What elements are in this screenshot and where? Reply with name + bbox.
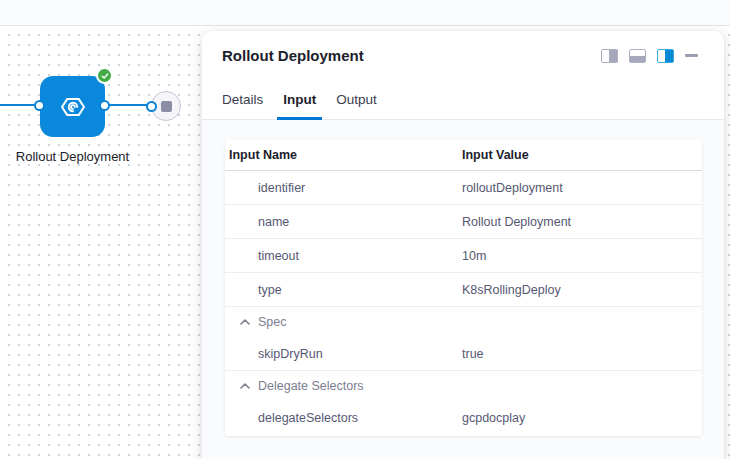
group-toggle-spec[interactable]: Spec <box>225 307 702 337</box>
panel-window-controls <box>601 49 698 63</box>
input-name: delegateSelectors <box>225 411 462 425</box>
input-value: true <box>462 347 702 361</box>
chevron-up-icon <box>240 383 250 389</box>
input-name: name <box>225 215 462 229</box>
input-name: skipDryRun <box>225 347 462 361</box>
tab-details[interactable]: Details <box>216 92 269 119</box>
outgoing-edge <box>107 104 149 106</box>
step-node-rollout-deployment[interactable] <box>40 76 105 137</box>
node-label: Rollout Deployment <box>7 146 138 167</box>
panel-body: Input Name Input Value identifier rollou… <box>202 120 724 459</box>
tab-output[interactable]: Output <box>330 92 383 119</box>
node-input-port[interactable] <box>34 100 45 111</box>
top-toolbar-strip <box>0 0 730 26</box>
chevron-up-icon <box>240 319 250 325</box>
input-value: K8sRollingDeploy <box>462 283 702 297</box>
group-label: Delegate Selectors <box>258 379 364 393</box>
input-value: 10m <box>462 249 702 263</box>
dock-split-icon[interactable] <box>601 49 618 63</box>
table-row: delegateSelectors gcpdocplay <box>225 401 702 434</box>
table-row: type K8sRollingDeploy <box>225 273 702 307</box>
node-output-port[interactable] <box>99 100 110 111</box>
input-value: Rollout Deployment <box>462 215 702 229</box>
table-row: name Rollout Deployment <box>225 205 702 239</box>
group-label: Spec <box>258 315 287 329</box>
stop-square-icon <box>161 101 172 112</box>
input-name: type <box>225 283 462 297</box>
column-header-input-name: Input Name <box>225 148 462 162</box>
dock-right-icon[interactable] <box>657 49 674 63</box>
table-row: identifier rolloutDeployment <box>225 171 702 205</box>
group-toggle-delegate-selectors[interactable]: Delegate Selectors <box>225 371 702 401</box>
dock-bottom-icon[interactable] <box>629 49 646 63</box>
step-details-panel: Rollout Deployment Details Input Output … <box>202 31 724 459</box>
tab-input[interactable]: Input <box>277 92 322 119</box>
input-value: rolloutDeployment <box>462 181 702 195</box>
incoming-edge <box>0 104 37 106</box>
panel-tab-bar: Details Input Output <box>202 82 724 120</box>
panel-title: Rollout Deployment <box>222 47 364 64</box>
k8s-rolling-deploy-icon <box>61 95 85 119</box>
end-node-input-port[interactable] <box>146 101 157 112</box>
minimize-icon[interactable] <box>685 54 698 57</box>
input-table: Input Name Input Value identifier rollou… <box>225 140 702 436</box>
input-name: identifier <box>225 181 462 195</box>
column-header-input-value: Input Value <box>462 148 702 162</box>
table-row: skipDryRun true <box>225 337 702 371</box>
table-header-row: Input Name Input Value <box>225 140 702 171</box>
input-name: timeout <box>225 249 462 263</box>
panel-header: Rollout Deployment <box>202 31 724 64</box>
success-check-icon <box>96 67 113 84</box>
input-value: gcpdocplay <box>462 411 702 425</box>
table-row: timeout 10m <box>225 239 702 273</box>
